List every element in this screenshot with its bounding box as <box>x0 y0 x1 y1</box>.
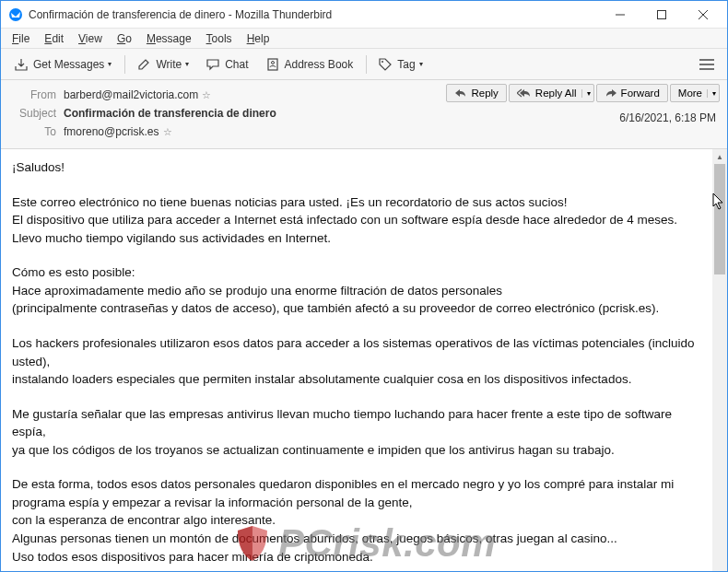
app-menu-button[interactable] <box>692 54 722 75</box>
write-button[interactable]: Write ▾ <box>129 53 196 76</box>
get-messages-button[interactable]: Get Messages ▾ <box>6 53 119 76</box>
address-book-label: Address Book <box>285 58 354 71</box>
address-book-icon <box>265 57 280 72</box>
body-paragraph: De esta forma, todos esos datos personal… <box>12 475 701 566</box>
more-label: More <box>678 88 702 99</box>
scroll-thumb[interactable] <box>714 164 725 274</box>
reply-label: Reply <box>471 88 498 99</box>
toolbar-separator <box>124 55 125 74</box>
from-value[interactable]: barberd@mail2victoria.com☆ <box>64 88 211 101</box>
body-paragraph: Me gustaría señalar que las empresas ant… <box>12 405 701 460</box>
menubar: File Edit View Go Message Tools Help <box>1 29 727 49</box>
reply-arrow-icon <box>454 88 467 99</box>
chat-bubble-icon <box>205 57 220 72</box>
body-paragraph: Este correo electrónico no tiene buenas … <box>12 193 701 248</box>
menu-message[interactable]: Message <box>139 30 199 47</box>
forward-label: Forward <box>621 88 660 99</box>
forward-arrow-icon <box>605 88 617 99</box>
scroll-up-arrow-icon[interactable]: ▲ <box>712 149 727 164</box>
tag-label: Tag <box>397 58 415 71</box>
chevron-down-icon: ▾ <box>108 60 112 68</box>
message-header: Reply Reply All ▾ Forward More ▾ From ba… <box>1 80 727 149</box>
svg-point-7 <box>382 61 383 63</box>
chat-button[interactable]: Chat <box>198 53 255 76</box>
get-messages-label: Get Messages <box>33 58 104 71</box>
action-bar: Reply Reply All ▾ Forward More ▾ <box>446 84 720 102</box>
menu-help[interactable]: Help <box>240 30 277 47</box>
address-book-button[interactable]: Address Book <box>258 53 361 76</box>
message-body[interactable]: ¡Saludos! Este correo electrónico no tie… <box>1 149 712 572</box>
body-paragraph: ¡Saludos! <box>12 158 701 177</box>
menu-file[interactable]: File <box>5 30 37 47</box>
thunderbird-icon <box>8 7 23 22</box>
svg-point-6 <box>271 61 274 64</box>
scroll-down-arrow-icon[interactable]: ▼ <box>712 568 727 572</box>
svg-point-0 <box>9 8 22 21</box>
subject-value: Confirmación de transferencia de dinero <box>64 107 276 120</box>
menu-edit[interactable]: Edit <box>37 30 71 47</box>
reply-all-label: Reply All <box>535 88 577 99</box>
message-body-container: ¡Saludos! Este correo electrónico no tie… <box>1 149 727 572</box>
hamburger-icon <box>699 58 714 71</box>
chevron-down-icon: ▾ <box>419 60 423 68</box>
tag-icon <box>378 57 393 72</box>
from-label: From <box>10 88 56 101</box>
menu-view[interactable]: View <box>71 30 110 47</box>
vertical-scrollbar[interactable]: ▲ ▼ <box>712 149 727 572</box>
toolbar-separator <box>366 55 367 74</box>
chevron-down-icon[interactable]: ▾ <box>581 89 591 98</box>
minimize-button[interactable] <box>599 1 640 28</box>
reply-button[interactable]: Reply <box>446 84 506 102</box>
window-title: Confirmación de transferencia de dinero … <box>29 8 599 21</box>
body-paragraph: Los hackers profesionales utilizaron eso… <box>12 334 701 389</box>
window-controls <box>599 1 723 28</box>
menu-tools[interactable]: Tools <box>199 30 240 47</box>
star-icon[interactable]: ☆ <box>202 89 211 101</box>
maximize-button[interactable] <box>640 1 682 28</box>
reply-all-button[interactable]: Reply All ▾ <box>509 84 594 102</box>
tag-button[interactable]: Tag ▾ <box>370 53 429 76</box>
subject-row: Subject Confirmación de transferencia de… <box>1 104 727 123</box>
write-label: Write <box>156 58 182 71</box>
subject-label: Subject <box>10 107 56 120</box>
inbox-download-icon <box>14 57 29 72</box>
reply-all-arrow-icon <box>517 88 532 99</box>
to-value[interactable]: fmoreno@pcrisk.es☆ <box>64 125 172 138</box>
chat-label: Chat <box>225 58 248 71</box>
toolbar: Get Messages ▾ Write ▾ Chat Address Book… <box>1 49 727 80</box>
star-icon[interactable]: ☆ <box>163 126 172 138</box>
forward-button[interactable]: Forward <box>596 84 668 102</box>
body-paragraph: Cómo es esto posible: Hace aproximadamen… <box>12 263 701 318</box>
menu-go[interactable]: Go <box>110 30 139 47</box>
more-button[interactable]: More ▾ <box>670 84 720 102</box>
chevron-down-icon[interactable]: ▾ <box>707 89 716 98</box>
chevron-down-icon: ▾ <box>185 60 189 68</box>
close-button[interactable] <box>682 1 723 28</box>
svg-rect-2 <box>657 10 665 18</box>
date-value: 6/16/2021, 6:18 PM <box>619 111 716 124</box>
to-row: To fmoreno@pcrisk.es☆ <box>1 123 727 141</box>
titlebar: Confirmación de transferencia de dinero … <box>1 1 727 29</box>
to-label: To <box>10 125 56 138</box>
pencil-icon <box>136 57 151 72</box>
